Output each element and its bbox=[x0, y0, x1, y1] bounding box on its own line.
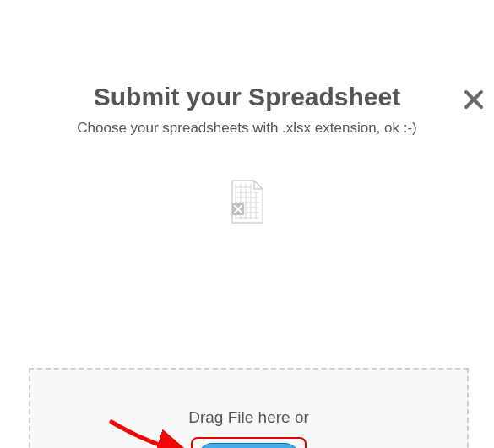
dropzone-label: Drag File here or bbox=[30, 408, 467, 427]
spreadsheet-file-icon bbox=[229, 179, 266, 224]
browse-button[interactable]: Browse bbox=[197, 443, 301, 448]
dialog-header: Submit your Spreadsheet Choose your spre… bbox=[0, 83, 494, 137]
file-dropzone[interactable]: Drag File here or Browse bbox=[29, 368, 469, 448]
upload-dialog: Submit your Spreadsheet Choose your spre… bbox=[0, 83, 494, 448]
dialog-subtitle: Choose your spreadsheets with .xlsx exte… bbox=[0, 120, 494, 137]
browse-highlight: Browse bbox=[191, 437, 307, 448]
close-icon[interactable] bbox=[464, 89, 484, 110]
dialog-title: Submit your Spreadsheet bbox=[0, 83, 494, 111]
